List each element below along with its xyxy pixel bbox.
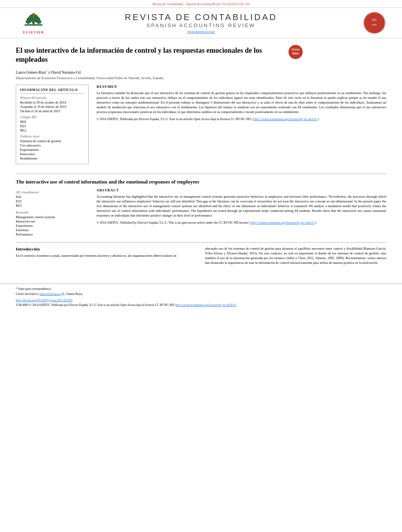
info-box-article: INFORMACIÓN DEL ARTÍCULO Historia del ar… [16, 85, 89, 164]
authors: Laura Gómez-Ruiz* y David Naranjo-Gil [16, 70, 386, 74]
right-col-resumen: RESUMEN La literatura contable ha destac… [97, 85, 386, 168]
keyword-exp: Experimentos [20, 148, 84, 152]
journal-url[interactable]: www.elsevier.es/rcsar [51, 30, 351, 33]
intro-right-col: adecuado uso de los sistemas de control … [205, 247, 386, 268]
elsevier-tree-icon [22, 12, 45, 30]
content-area: El uso interactivo de la información de … [0, 38, 402, 276]
intro-left-col: Introducción En el contexto económico ac… [16, 247, 197, 268]
english-section: The interactive use of control informati… [16, 174, 386, 237]
svg-text:Mark: Mark [292, 52, 299, 55]
kw-emotions: Emotions [16, 228, 89, 232]
rcsar-logo-icon: RC SAR [363, 11, 386, 35]
two-col-main: INFORMACIÓN DEL ARTÍCULO Historia del ar… [16, 85, 386, 168]
keyword-rend: Rendimiento [20, 156, 84, 160]
footer-license-link[interactable]: (http://creativecommons.org/licenses/by-… [175, 303, 237, 307]
two-col-english: JEL classification: D41 D23 M12 Keywords… [16, 188, 386, 237]
journal-citation: Revista de Contabilidad – Spanish Accoun… [153, 2, 249, 6]
svg-text:RC: RC [372, 18, 377, 22]
svg-text:SAR: SAR [372, 24, 377, 26]
kw-performance: Performance [16, 232, 89, 236]
accepted-date: Aceptado el 19 de febrero de 2015 [20, 105, 84, 109]
journal-logo-right: RC SAR [351, 11, 386, 35]
journal-title-main: REVISTA DE CONTABILIDAD [51, 12, 351, 22]
keywords-label-es: Palabras clave: [20, 135, 84, 138]
info-box-title: INFORMACIÓN DEL ARTÍCULO [20, 88, 84, 94]
jel-en-label: JEL classification: [16, 191, 89, 194]
article-title: El uso interactivo de la información de … [16, 46, 284, 65]
left-col-english: JEL classification: D41 D23 M12 Keywords… [16, 188, 89, 237]
abstract-license: © 2014 ASEPUC. Published by Elsevier Esp… [97, 221, 386, 225]
svg-point-5 [26, 19, 31, 24]
elsevier-logo: ELSEVIER [16, 12, 51, 34]
resumen-license: © 2014 ASEPUC. Publicado por Elsevier Es… [97, 117, 386, 121]
abstract-license-link[interactable]: http://creativecommons.org/licenses/by-n… [251, 221, 314, 224]
footer-area: * Autor para correspondencia. Correo ele… [0, 284, 402, 312]
resumen-title: RESUMEN [97, 85, 386, 89]
intro-left-text: En el contexto económico actual, caracte… [16, 254, 197, 258]
footnote-star: * Autor para correspondencia. [16, 287, 386, 291]
keywords-en-label: Keywords: [16, 211, 89, 214]
svg-text:Cross: Cross [292, 48, 300, 51]
author-gomez: Laura Gómez-Ruiz [16, 70, 46, 74]
footnote-email: Correo electrónico: hugo.ruiz@upo.es (L.… [16, 292, 386, 297]
doi-link[interactable]: http://dx.doi.org/10.1016/j.rcsar.2015.0… [16, 298, 73, 302]
resumen-body: La literatura contable ha destacado que … [97, 91, 386, 114]
keyword-sistemas: Sistemas de control de gestión [20, 139, 84, 143]
history-label: Historia del artículo: [20, 96, 84, 100]
jel-d23: D23 [20, 124, 84, 128]
elsevier-label: ELSEVIER [23, 30, 44, 34]
svg-point-7 [32, 13, 34, 15]
email-link[interactable]: hugo.ruiz@upo.es [39, 292, 61, 296]
keyword-uso: Uso interactivo [20, 143, 84, 147]
received-date: Recibido el 29 de octubre de 2014 [20, 100, 84, 104]
jel-m12: M12 [20, 128, 84, 132]
online-date: On-line el 16 de abril de 2015 [20, 109, 84, 113]
abstract-body: Accounting literature has highlighted th… [97, 195, 386, 218]
left-col-info: INFORMACIÓN DEL ARTÍCULO Historia del ar… [16, 85, 89, 168]
svg-rect-8 [33, 15, 34, 18]
intro-heading: Introducción [16, 247, 197, 251]
jel-en-m12: M12 [16, 204, 89, 208]
jel-label: Códigos JEL: [20, 115, 84, 119]
journal-bar: Revista de Contabilidad – Spanish Accoun… [0, 0, 402, 7]
keyword-emociones: Emociones [20, 152, 84, 156]
jel-m41: M41 [20, 120, 84, 124]
two-col-intro: Introducción En el contexto económico ac… [16, 247, 386, 268]
kw-experiments: Experiments [16, 224, 89, 228]
affiliation: Departamento de Economía Financiera y Co… [16, 76, 386, 80]
footer-issn: 1138-4891/© 2014 ASEPUC. Publicado por E… [16, 303, 386, 308]
svg-rect-0 [25, 24, 43, 26]
journal-title-sub: SPANISH ACCOUNTING REVIEW [51, 22, 351, 28]
kw-interactive: Interactive use [16, 219, 89, 223]
svg-point-9 [363, 12, 385, 34]
header-area: ELSEVIER REVISTA DE CONTABILIDAD SPANISH… [0, 7, 402, 38]
kw-management: Management control systems [16, 215, 89, 219]
right-col-english: ABSTRACT Accounting literature has highl… [97, 188, 386, 237]
crossmark: Cross Mark [288, 44, 303, 61]
jel-en-d23: D23 [16, 199, 89, 203]
svg-point-6 [36, 19, 41, 24]
resumen-license-link[interactable]: http://creativecommons.org/licenses/by-n… [253, 117, 317, 121]
journal-title-area: REVISTA DE CONTABILIDAD SPANISH ACCOUNTI… [51, 12, 351, 33]
abstract-title: ABSTRACT [97, 188, 386, 192]
introduccion-section: Introducción En el contexto económico ac… [16, 242, 386, 268]
author-naranjo: David Naranjo-Gil [51, 70, 81, 74]
intro-right-text: adecuado uso de los sistemas de control … [205, 247, 386, 265]
english-title: The interactive use of control informati… [16, 179, 386, 185]
crossmark-icon: Cross Mark [288, 44, 303, 60]
jel-en-d41: D41 [16, 195, 89, 199]
page: Revista de Contabilidad – Spanish Accoun… [0, 0, 402, 532]
